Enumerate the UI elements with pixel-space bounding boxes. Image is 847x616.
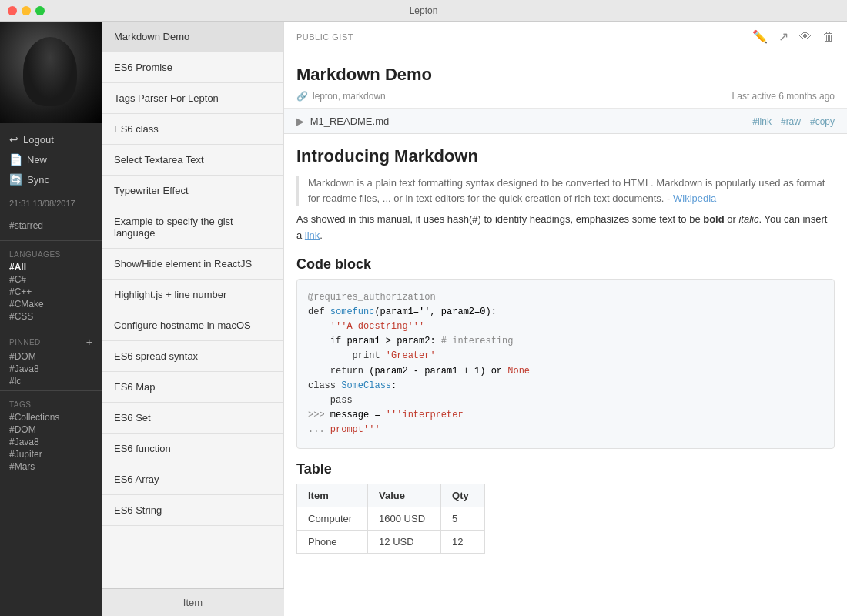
snippet-item-highlightjs[interactable]: Highlight.js + line number	[102, 280, 283, 310]
sidebar-datetime: 21:31 13/08/2017	[0, 196, 102, 214]
snippet-item-es6-array[interactable]: ES6 Array	[102, 464, 283, 495]
tag-java8[interactable]: #Java8	[0, 436, 102, 448]
sidebar-item-new[interactable]: 📄 New	[0, 149, 102, 169]
maximize-button[interactable]	[35, 6, 45, 15]
snippet-item-tags-parser[interactable]: Tags Parser For Lepton	[102, 83, 283, 114]
code-line-6: return (param2 - param1 + 1) or None	[308, 364, 823, 379]
gist-meta: 🔗 lepton, markdown Last active 6 months …	[296, 91, 835, 102]
snippet-item-show-hide[interactable]: Show/Hide element in ReactJS	[102, 249, 283, 280]
avatar-image	[0, 22, 102, 123]
markdown-table: Item Value Qty Computer 1600 USD 5 Phone	[296, 484, 485, 554]
pinned-label: PINNED	[9, 338, 41, 346]
lang-css[interactable]: #CSS	[0, 310, 102, 323]
snippet-item-es6-string[interactable]: ES6 String	[102, 495, 283, 526]
tag-collections[interactable]: #Collections	[0, 411, 102, 424]
snippet-item-es6-class[interactable]: ES6 class	[102, 114, 283, 145]
code-line-2: def somefunc(param1='', param2=0):	[308, 305, 823, 320]
gist-last-active: Last active 6 months ago	[732, 91, 835, 102]
lang-cpp[interactable]: #C++	[0, 286, 102, 298]
starred-link[interactable]: #starred	[9, 219, 92, 233]
divider-3	[0, 390, 102, 391]
minimize-button[interactable]	[22, 6, 31, 15]
pinned-dom[interactable]: #DOM	[0, 350, 102, 363]
md-heading-1: Introducing Markdown	[296, 146, 835, 166]
main-content: PUBLIC GIST ✏️ ↗ 👁 🗑 Markdown Demo 🔗 lep…	[284, 22, 847, 616]
table-cell-qty-1: 5	[441, 507, 485, 531]
table-header-row: Item Value Qty	[297, 484, 485, 507]
snippet-item-es6-promise[interactable]: ES6 Promise	[102, 52, 283, 83]
table-cell-item-2: Phone	[297, 531, 368, 554]
gist-header: Markdown Demo 🔗 lepton, markdown Last ac…	[284, 52, 847, 109]
new-item-area[interactable]: Item	[102, 588, 284, 616]
tag-jupiter[interactable]: #Jupiter	[0, 448, 102, 460]
gist-tags: 🔗 lepton, markdown	[296, 91, 386, 102]
code-block: @requires_authorization def somefunc(par…	[296, 279, 835, 450]
file-action-raw[interactable]: #raw	[781, 116, 801, 127]
table-cell-value-1: 1600 USD	[368, 507, 441, 531]
new-icon: 📄	[9, 153, 22, 166]
md-paragraph: As showed in this manual, it uses hash(#…	[296, 212, 835, 244]
app-layout: ↩ Logout 📄 New 🔄 Sync 21:31 13/08/2017 #…	[0, 22, 847, 616]
code-line-1: @requires_authorization	[308, 290, 823, 305]
table-cell-value-2: 12 USD	[368, 531, 441, 554]
new-item-button[interactable]: Item	[183, 597, 203, 608]
table-header-qty: Qty	[441, 484, 485, 507]
snippet-item-typewriter[interactable]: Typewriter Effect	[102, 176, 283, 206]
md-heading-2-code: Code block	[296, 256, 835, 273]
markdown-body: Introducing Markdown Markdown is a plain…	[284, 134, 847, 616]
new-label: New	[27, 154, 47, 166]
lang-all[interactable]: #All	[0, 261, 102, 273]
sidebar: ↩ Logout 📄 New 🔄 Sync 21:31 13/08/2017 #…	[0, 22, 102, 616]
gist-tags-text: lepton, markdown	[313, 91, 386, 102]
tag-mars[interactable]: #Mars	[0, 460, 102, 473]
file-name: M1_README.md	[310, 116, 390, 127]
close-button[interactable]	[8, 6, 17, 15]
external-link-icon[interactable]: ↗	[778, 29, 788, 44]
gist-title: Markdown Demo	[296, 65, 835, 85]
file-actions: #link #raw #copy	[752, 116, 835, 127]
snippet-item-configure-hostname[interactable]: Configure hostname in macOS	[102, 310, 283, 341]
table-header-value: Value	[368, 484, 441, 507]
table-header-item: Item	[297, 484, 368, 507]
sidebar-item-logout[interactable]: ↩ Logout	[0, 129, 102, 149]
pinned-lc[interactable]: #lc	[0, 375, 102, 387]
eye-icon[interactable]: 👁	[799, 30, 812, 44]
pinned-add-button[interactable]: +	[86, 336, 92, 348]
lang-cmake[interactable]: #CMake	[0, 298, 102, 310]
code-line-3: '''A docstring'''	[308, 320, 823, 334]
link-text[interactable]: link	[305, 229, 320, 241]
titlebar: Lepton	[0, 0, 847, 22]
file-expand-icon[interactable]: ▶	[296, 116, 304, 127]
code-line-10: ... prompt'''	[308, 423, 823, 437]
edit-icon[interactable]: ✏️	[752, 29, 768, 44]
topbar: PUBLIC GIST ✏️ ↗ 👁 🗑	[284, 22, 847, 52]
avatar	[0, 22, 102, 123]
snippet-item-gist-language[interactable]: Example to specify the gist language	[102, 206, 283, 249]
app-title: Lepton	[410, 5, 438, 16]
tag-dom[interactable]: #DOM	[0, 424, 102, 436]
snippet-item-es6-set[interactable]: ES6 Set	[102, 403, 283, 434]
table-row: Computer 1600 USD 5	[297, 507, 485, 531]
snippet-item-select-textarea[interactable]: Select Textarea Text	[102, 145, 283, 176]
sidebar-item-sync[interactable]: 🔄 Sync	[0, 169, 102, 189]
divider-1	[0, 240, 102, 241]
lang-c[interactable]: #C#	[0, 273, 102, 286]
pinned-java8[interactable]: #Java8	[0, 363, 102, 375]
table-cell-item-1: Computer	[297, 507, 368, 531]
file-action-link[interactable]: #link	[752, 116, 772, 127]
pinned-header: PINNED +	[0, 330, 102, 350]
sidebar-nav: ↩ Logout 📄 New 🔄 Sync	[0, 123, 102, 196]
snippet-item-markdown-demo[interactable]: Markdown Demo	[102, 22, 283, 52]
snippet-item-es6-function[interactable]: ES6 function	[102, 434, 283, 464]
topbar-actions: ✏️ ↗ 👁 🗑	[752, 29, 835, 44]
snippet-item-es6-spread[interactable]: ES6 spread syntax	[102, 341, 283, 372]
table-cell-qty-2: 12	[441, 531, 485, 554]
file-action-copy[interactable]: #copy	[810, 116, 835, 127]
code-line-7: class SomeClass:	[308, 379, 823, 393]
trash-icon[interactable]: 🗑	[822, 30, 835, 44]
window-controls	[8, 6, 45, 15]
logout-icon: ↩	[9, 133, 18, 146]
snippet-item-es6-map[interactable]: ES6 Map	[102, 372, 283, 403]
code-line-4: if param1 > param2: # interesting	[308, 334, 823, 349]
wikipedia-link[interactable]: Wikipedia	[673, 192, 716, 204]
